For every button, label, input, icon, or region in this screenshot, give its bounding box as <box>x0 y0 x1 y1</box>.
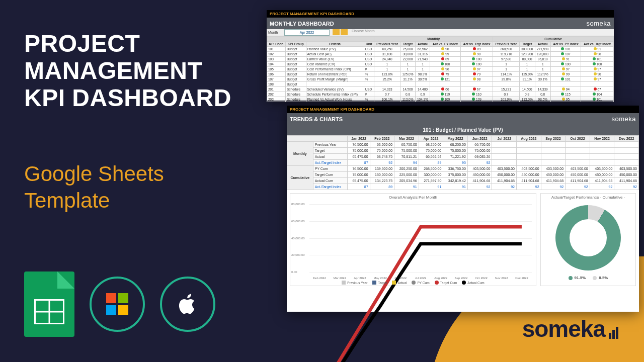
windows-icon <box>90 277 145 332</box>
google-sheets-icon <box>24 272 74 337</box>
month-next-button[interactable] <box>341 29 348 35</box>
monthly-dashboard-screenshot: PROJECT MANAGEMENT KPI DASHBOARD MONTHLY… <box>267 10 614 101</box>
month-prev-button[interactable] <box>333 29 340 35</box>
brand-logo: someka <box>522 315 619 344</box>
month-selector[interactable]: Apr 2022 <box>284 29 330 36</box>
main-title: PROJECTMANAGEMENTKPI DASHBOARD <box>24 30 231 111</box>
subtitle: Google SheetsTemplate <box>24 161 164 214</box>
trends-table: Jan 2022Feb 2022Mar 2022Apr 2022May 2022… <box>287 135 639 190</box>
kpi-header: 101 : Budget / Planned Value (PV) <box>287 125 639 135</box>
donut-chart: Actual/Target Performance - Cumulative -… <box>540 193 636 286</box>
overall-analysis-chart: Overall Analysis Per Month 0.0020,000.00… <box>290 193 536 286</box>
kpi-table: MonthlyCumulativeKPI CodeKPI GroupCriter… <box>267 36 614 102</box>
trends-charts-screenshot: PROJECT MANAGEMENT KPI DASHBOARD TRENDS … <box>287 106 639 312</box>
apple-icon <box>160 277 215 332</box>
